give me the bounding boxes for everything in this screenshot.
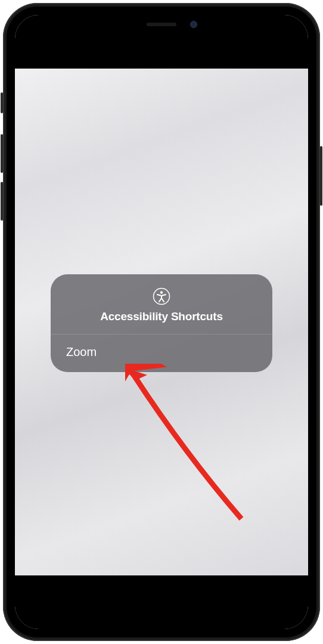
accessibility-shortcuts-popup: Accessibility Shortcuts Zoom [51, 274, 272, 372]
notch [93, 15, 230, 34]
popup-title: Accessibility Shortcuts [63, 310, 260, 323]
screen: Accessibility Shortcuts Zoom [15, 15, 308, 629]
mute-switch [1, 92, 3, 113]
shortcut-item-zoom[interactable]: Zoom [51, 335, 272, 372]
volume-down-button [1, 182, 3, 221]
svg-point-1 [160, 291, 163, 293]
popup-header: Accessibility Shortcuts [51, 274, 272, 335]
phone-inner-frame: Accessibility Shortcuts Zoom [7, 7, 316, 637]
screen-content: Accessibility Shortcuts Zoom [15, 69, 308, 575]
screen-letterbox-bottom [15, 575, 308, 629]
annotation-arrow [125, 364, 256, 533]
accessibility-icon [153, 287, 170, 305]
front-camera [190, 21, 197, 28]
phone-frame: Accessibility Shortcuts Zoom [3, 3, 320, 641]
volume-up-button [1, 134, 3, 173]
speaker-grille [147, 23, 176, 26]
power-button [320, 146, 322, 206]
